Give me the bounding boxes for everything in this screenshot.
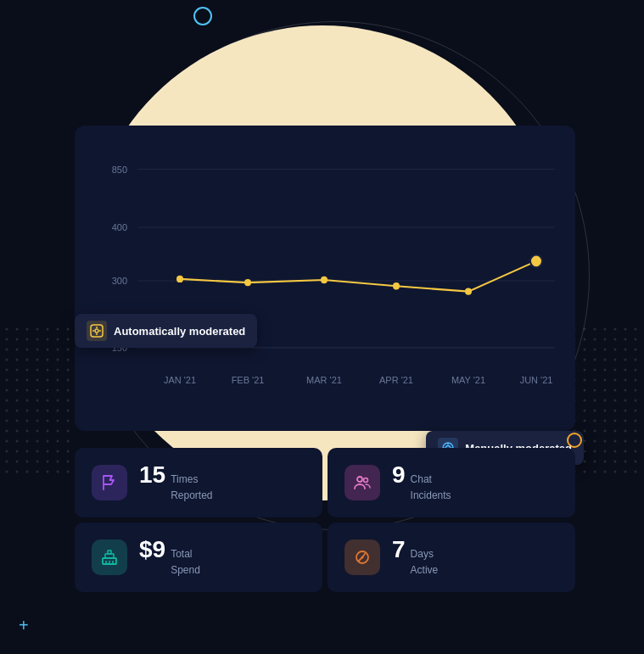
svg-point-185 [604, 440, 607, 443]
chart-svg: 850 400 300 150 JAN '21 FEB '21 MAR '21 … [95, 143, 555, 419]
svg-point-135 [594, 369, 596, 372]
svg-point-142 [594, 379, 596, 382]
svg-point-51 [26, 400, 29, 402]
stat-number-reported: 15 [139, 463, 165, 487]
stat-card-reported: 15 Times Reported [75, 448, 322, 517]
svg-point-156 [594, 400, 596, 402]
svg-point-93 [26, 461, 29, 463]
stat-number-spend: $9 [139, 538, 165, 562]
svg-point-107 [594, 328, 596, 331]
svg-text:JAN '21: JAN '21 [164, 375, 196, 385]
svg-point-57 [16, 410, 19, 412]
svg-point-144 [614, 379, 617, 382]
svg-point-102 [47, 471, 49, 473]
svg-point-152 [624, 389, 627, 392]
svg-point-158 [614, 400, 617, 402]
svg-point-127 [584, 359, 586, 361]
svg-point-160 [635, 400, 637, 402]
svg-point-97 [67, 461, 70, 463]
svg-point-29 [16, 369, 19, 372]
svg-point-243 [364, 478, 368, 483]
svg-point-5 [57, 328, 59, 331]
svg-point-7 [6, 338, 8, 341]
svg-point-73 [36, 430, 39, 433]
svg-text:JUN '21: JUN '21 [520, 375, 553, 385]
auto-icon-box [87, 321, 107, 341]
svg-point-68 [57, 420, 59, 422]
svg-point-64 [16, 420, 19, 422]
svg-point-82 [57, 440, 59, 443]
svg-point-35 [6, 379, 8, 382]
svg-point-28 [6, 369, 8, 372]
svg-point-171 [604, 420, 607, 422]
svg-point-124 [624, 349, 627, 351]
svg-point-195 [635, 450, 637, 453]
svg-point-14 [6, 349, 8, 351]
svg-point-18 [47, 349, 49, 351]
svg-point-138 [624, 369, 627, 372]
svg-point-98 [6, 471, 8, 473]
svg-point-86 [26, 450, 29, 453]
svg-point-27 [67, 359, 70, 361]
svg-point-205 [594, 471, 596, 473]
stat-label-incidents: Chat Incidents [411, 471, 451, 502]
svg-point-91 [6, 461, 8, 463]
svg-point-80 [36, 440, 39, 443]
svg-point-58 [26, 410, 29, 412]
svg-point-76 [67, 430, 70, 433]
svg-point-236 [176, 276, 183, 282]
svg-point-81 [47, 440, 49, 443]
activity-icon-wrap [344, 539, 380, 575]
svg-text:APR '21: APR '21 [379, 375, 413, 385]
svg-point-113 [584, 338, 586, 341]
building-icon-wrap [92, 539, 127, 575]
svg-point-242 [357, 477, 362, 482]
svg-point-151 [614, 389, 617, 392]
svg-point-44 [26, 389, 29, 392]
stat-card-spend: $9 Total Spend [75, 523, 322, 592]
svg-point-31 [36, 369, 39, 372]
svg-point-15 [16, 349, 19, 351]
svg-point-239 [393, 282, 400, 289]
svg-point-38 [36, 379, 39, 382]
svg-point-0 [6, 328, 8, 331]
svg-point-53 [47, 400, 49, 402]
svg-point-139 [635, 369, 637, 372]
svg-point-209 [635, 471, 637, 473]
svg-point-111 [635, 328, 637, 331]
svg-point-118 [635, 338, 637, 341]
stat-inline-incidents: 9 Chat Incidents [392, 463, 451, 502]
svg-point-150 [604, 389, 607, 392]
svg-point-22 [16, 359, 19, 361]
svg-point-199 [604, 461, 607, 463]
svg-point-186 [614, 440, 617, 443]
svg-point-11 [47, 338, 49, 341]
svg-point-56 [6, 410, 8, 412]
svg-point-25 [47, 359, 49, 361]
svg-point-32 [47, 369, 49, 372]
svg-point-130 [614, 359, 617, 361]
svg-point-12 [57, 338, 59, 341]
svg-point-72 [26, 430, 29, 433]
svg-point-136 [604, 369, 607, 372]
svg-point-74 [47, 430, 49, 433]
auto-moderated-tooltip: Automatically moderated [75, 314, 257, 348]
svg-point-78 [16, 440, 19, 443]
svg-text:300: 300 [112, 276, 127, 286]
svg-point-79 [26, 440, 29, 443]
svg-point-178 [604, 430, 607, 433]
svg-point-211 [95, 329, 98, 333]
svg-point-30 [26, 369, 29, 372]
svg-point-194 [624, 450, 627, 453]
svg-text:MAY '21: MAY '21 [451, 375, 485, 385]
svg-point-137 [614, 369, 617, 372]
svg-point-37 [26, 379, 29, 382]
svg-point-153 [635, 389, 637, 392]
svg-point-122 [604, 349, 607, 351]
svg-point-47 [57, 389, 59, 392]
svg-point-237 [244, 279, 251, 286]
svg-point-99 [16, 471, 19, 473]
stat-number-active: 7 [392, 538, 406, 562]
svg-point-19 [57, 349, 59, 351]
svg-point-94 [36, 461, 39, 463]
